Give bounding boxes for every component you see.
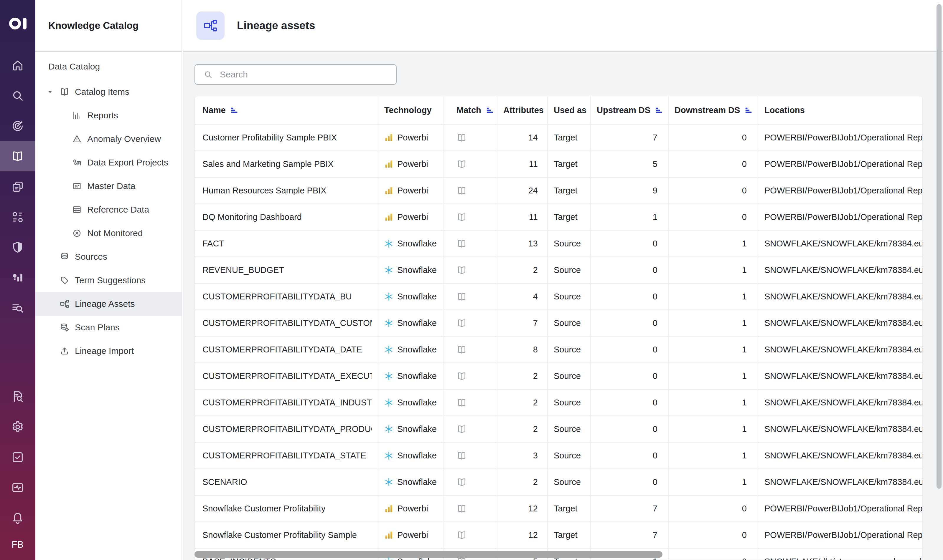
asset-name-link[interactable]: CUSTOMERPROFITABILITYDATA_STATE [202, 451, 366, 460]
cell-downstream-ds: 0 [668, 549, 757, 560]
sidebar-item-lineage-assets[interactable]: Lineage Assets [35, 292, 182, 315]
sidebar-item-label: Reference Data [87, 205, 149, 215]
cell-match [443, 390, 497, 415]
rail-item-notifications[interactable] [0, 503, 35, 533]
asset-name-link[interactable]: Snowflake Customer Profitability [202, 504, 325, 514]
projects-icon [11, 180, 25, 194]
snowflake-icon [384, 292, 394, 301]
tree-caret-slot[interactable] [46, 88, 60, 96]
column-header-used-as[interactable]: Used as [547, 96, 590, 124]
table-row: DQ Monitoring Dashboard Powerbi 11 Targe… [195, 203, 922, 230]
rail-item-widgets[interactable] [0, 202, 35, 232]
cell-upstream-ds: 0 [590, 363, 668, 389]
cell-downstream-ds: 1 [668, 443, 757, 468]
asset-name-link[interactable]: Snowflake Customer Profitability Sample [202, 530, 357, 540]
snowflake-icon [384, 425, 394, 434]
sidebar-item-reports[interactable]: Reports [35, 104, 182, 127]
open-book-icon [457, 451, 467, 461]
downstream-count: 1 [742, 477, 747, 487]
rail-item-data-quality[interactable] [0, 111, 35, 141]
search-input[interactable] [219, 69, 396, 80]
used-as-value: Target [554, 504, 577, 514]
location-path: SNOWFLAKE/SNOWFLAKE/km78384.eu-ce [764, 371, 923, 381]
cell-attributes: 2 [497, 257, 547, 283]
rail-item-insights[interactable] [0, 262, 35, 293]
table-row: CUSTOMERPROFITABILITYDATA_INDUSTRY Snowf… [195, 389, 922, 415]
rail-item-security[interactable] [0, 232, 35, 262]
sidebar-item-not-monitored[interactable]: Not Monitored [35, 222, 182, 245]
column-header-label: Upstream DS [597, 105, 650, 115]
asset-name-link[interactable]: CUSTOMERPROFITABILITYDATA_PRODUCT [202, 424, 372, 434]
cell-locations: SNOWFLAKE/SNOWFLAKE/km78384.eu-ce [757, 310, 923, 336]
cell-downstream-ds: 1 [668, 284, 757, 309]
asset-name-link[interactable]: Human Resources Sample PBIX [202, 186, 327, 195]
cell-locations: SNOWFLAKE/SNOWFLAKE/km78384.eu-ce [757, 443, 923, 468]
caret-down-icon[interactable] [46, 88, 54, 96]
column-header-label: Attributes [503, 105, 544, 115]
cell-upstream-ds: 1 [590, 204, 668, 230]
column-header-technology[interactable]: Technology [378, 96, 443, 124]
rail-item-projects[interactable] [0, 171, 35, 202]
brand-logo[interactable] [0, 0, 35, 44]
tag-icon [60, 275, 69, 285]
sidebar-item-scan-plans[interactable]: Scan Plans [35, 315, 182, 339]
cell-name: CUSTOMERPROFITABILITYDATA_STATE [195, 443, 378, 468]
cell-locations: POWERBI/PowerBIJob1/Operational Repor [757, 151, 923, 177]
sidebar-item-reference-data[interactable]: Reference Data [35, 198, 182, 222]
cell-used-as: Source [547, 469, 590, 495]
cell-technology: Snowflake [378, 284, 443, 309]
asset-name-link[interactable]: DQ Monitoring Dashboard [202, 212, 302, 222]
asset-name-link[interactable]: Sales and Marketing Sample PBIX [202, 159, 333, 169]
snowflake-icon [384, 266, 394, 275]
sort-icon [230, 106, 238, 115]
rail-item-system-health[interactable] [0, 472, 35, 503]
sidebar-item-anomaly-overview[interactable]: Anomaly Overview [35, 127, 182, 151]
asset-name-link[interactable]: CUSTOMERPROFITABILITYDATA_DATE [202, 345, 362, 354]
asset-name-link[interactable]: CUSTOMERPROFITABILITYDATA_BU [202, 292, 352, 302]
column-header-downstream-ds[interactable]: Downstream DS [668, 96, 757, 124]
sidebar-item-catalog-items[interactable]: Catalog Items [35, 80, 182, 104]
rail-item-knowledge-catalog[interactable] [0, 141, 35, 171]
open-book-icon [457, 132, 467, 143]
cell-match [443, 337, 497, 362]
column-header-locations[interactable]: Locations [757, 96, 923, 124]
asset-name-link[interactable]: REVENUE_BUDGET [202, 265, 284, 275]
security-icon [11, 240, 25, 254]
column-header-upstream-ds[interactable]: Upstream DS [590, 96, 668, 124]
asset-name-link[interactable]: FACT [202, 239, 224, 249]
sidebar-item-sources[interactable]: Sources [35, 245, 182, 269]
rail-item-tasks[interactable] [0, 442, 35, 472]
column-header-name[interactable]: Name [195, 96, 378, 124]
upstream-count: 0 [653, 239, 657, 249]
asset-name-link[interactable]: CUSTOMERPROFITABILITYDATA_EXECUTIVE [202, 371, 372, 381]
sidebar-item-term-suggestions[interactable]: Term Suggestions [35, 269, 182, 292]
rail-item-data-observability[interactable] [0, 293, 35, 323]
asset-name-link[interactable]: Customer Profitability Sample PBIX [202, 133, 337, 143]
upload-icon [60, 346, 69, 356]
rail-item-search[interactable] [0, 80, 35, 111]
column-header-attributes[interactable]: Attributes [497, 96, 547, 124]
sidebar-item-lineage-import[interactable]: Lineage Import [35, 339, 182, 363]
cell-match [443, 284, 497, 309]
rail-item-audit-log[interactable] [0, 381, 35, 412]
cell-technology: Snowflake [378, 390, 443, 415]
used-as-value: Source [554, 477, 581, 487]
knowledge-catalog-icon [11, 149, 25, 163]
rail-item-settings[interactable] [0, 412, 35, 442]
column-header-match[interactable]: Match [443, 96, 497, 124]
sidebar-item-data-export-projects[interactable]: Data Export Projects [35, 151, 182, 174]
location-path: SNOWFLAKE/SNOWFLAKE/km78384.eu-ce [764, 239, 923, 249]
column-header-label: Name [202, 105, 226, 115]
bar-chart-icon [72, 111, 82, 120]
vertical-scrollbar-thumb[interactable] [937, 4, 941, 489]
horizontal-scrollbar-thumb[interactable] [194, 551, 662, 558]
asset-name-link[interactable]: SCENARIO [202, 477, 247, 487]
asset-name-link[interactable]: CUSTOMERPROFITABILITYDATA_CUSTOMER [202, 318, 372, 328]
technology-label: Powerbi [397, 530, 428, 540]
insights-icon [11, 271, 25, 285]
rail-item-home[interactable] [0, 50, 35, 80]
cell-downstream-ds: 1 [668, 416, 757, 442]
sidebar-item-master-data[interactable]: Master Data [35, 174, 182, 198]
user-avatar[interactable]: FB [0, 533, 35, 557]
asset-name-link[interactable]: CUSTOMERPROFITABILITYDATA_INDUSTRY [202, 398, 372, 408]
